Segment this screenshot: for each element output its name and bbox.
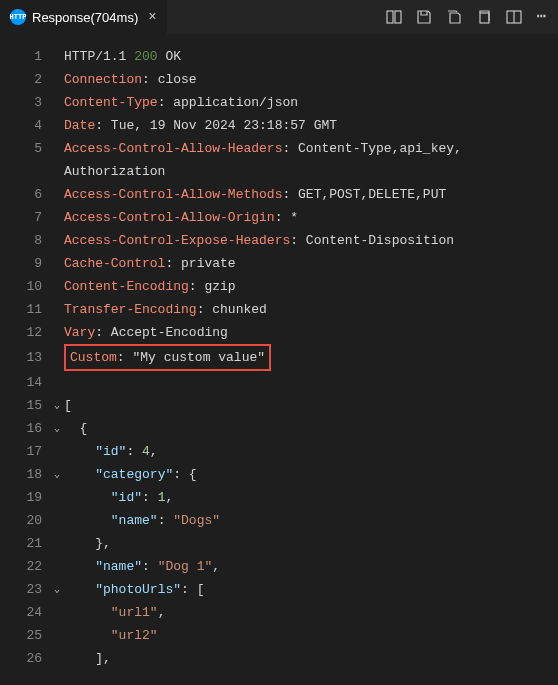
- line-number: 3: [0, 91, 50, 114]
- fold-icon[interactable]: ⌄: [50, 417, 64, 440]
- line-number: 1: [0, 45, 50, 68]
- tab-title: Response(704ms): [32, 10, 138, 25]
- svg-rect-1: [395, 11, 401, 23]
- save-all-icon[interactable]: [446, 9, 462, 25]
- fold-icon[interactable]: ⌄: [50, 394, 64, 417]
- line-number: 23: [0, 578, 50, 601]
- svg-rect-2: [480, 13, 489, 23]
- tab-response[interactable]: HTTP Response(704ms) ×: [0, 0, 168, 34]
- line-number: 13: [0, 346, 50, 369]
- more-icon[interactable]: ⋯: [536, 9, 546, 25]
- line-number: 17: [0, 440, 50, 463]
- tab-bar: HTTP Response(704ms) × ⋯: [0, 0, 558, 35]
- http-icon: HTTP: [10, 9, 26, 25]
- line-number: 8: [0, 229, 50, 252]
- split-icon[interactable]: [506, 9, 522, 25]
- line-number: 25: [0, 624, 50, 647]
- line-number: 9: [0, 252, 50, 275]
- line-number: 14: [0, 371, 50, 394]
- line-number: 5: [0, 137, 50, 160]
- line-number: 18: [0, 463, 50, 486]
- editor-actions: ⋯: [386, 9, 558, 25]
- line-number: 26: [0, 647, 50, 670]
- compare-icon[interactable]: [386, 9, 402, 25]
- svg-rect-0: [387, 11, 393, 23]
- line-number: 22: [0, 555, 50, 578]
- line-number: 2: [0, 68, 50, 91]
- fold-icon[interactable]: ⌄: [50, 463, 64, 486]
- highlighted-header: Custom: "My custom value": [64, 344, 271, 371]
- line-number: 20: [0, 509, 50, 532]
- line-number: 21: [0, 532, 50, 555]
- copy-icon[interactable]: [476, 9, 492, 25]
- code-editor[interactable]: 1HTTP/1.1 200 OK 2Connection: close 3Con…: [0, 35, 558, 680]
- save-icon[interactable]: [416, 9, 432, 25]
- line-number: 10: [0, 275, 50, 298]
- line-number: 19: [0, 486, 50, 509]
- line-number: 24: [0, 601, 50, 624]
- line-number: 4: [0, 114, 50, 137]
- close-icon[interactable]: ×: [148, 9, 156, 25]
- line-number: 6: [0, 183, 50, 206]
- line-number: 16: [0, 417, 50, 440]
- line-number: 12: [0, 321, 50, 344]
- line-number: 11: [0, 298, 50, 321]
- fold-icon[interactable]: ⌄: [50, 578, 64, 601]
- line-number: 15: [0, 394, 50, 417]
- line-number: 7: [0, 206, 50, 229]
